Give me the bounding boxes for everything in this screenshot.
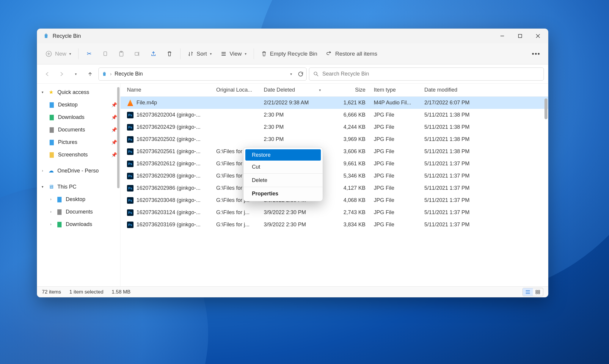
- cell-name: 1620736202004 (ginkgo-...: [123, 112, 212, 118]
- column-headers: Name Original Loca... Date Deleted ▾ Siz…: [120, 84, 548, 97]
- file-row[interactable]: 1620736202908 (ginkgo-...G:\Files for j.…: [120, 170, 548, 182]
- ellipsis-icon: •••: [532, 50, 540, 58]
- sidebar-item-onedrive[interactable]: › ☁ OneDrive - Perso: [37, 164, 120, 177]
- file-row[interactable]: 1620736202561 (ginkgo-...G:\Files for j.…: [120, 145, 548, 158]
- sidebar-label: This PC: [57, 184, 76, 190]
- column-header-type[interactable]: Item type: [370, 87, 420, 93]
- sort-button[interactable]: Sort ▾: [184, 47, 215, 60]
- sidebar-item-this-pc[interactable]: ▾ 🖥 This PC: [37, 181, 120, 193]
- sidebar-item-pc-desktop[interactable]: › ▇ Desktop: [37, 193, 120, 205]
- column-header-size[interactable]: Size: [325, 87, 370, 93]
- navigation-pane: ▾ ★ Quick access ▇ Desktop 📌 ▇ Downloads…: [37, 84, 120, 286]
- recent-locations-button[interactable]: ▾: [70, 68, 82, 80]
- share-button[interactable]: [146, 47, 161, 60]
- file-row[interactable]: 1620736203169 (ginkgo-...G:\Files for j.…: [120, 219, 548, 231]
- sidebar-item-pictures[interactable]: ▇ Pictures 📌: [37, 136, 120, 148]
- cell-size: 6,666 KB: [325, 112, 370, 118]
- pin-icon: 📌: [111, 152, 117, 158]
- column-header-location[interactable]: Original Loca...: [212, 87, 260, 93]
- chevron-down-icon: ▾: [245, 52, 247, 56]
- separator: [244, 173, 323, 174]
- cell-size: 3,834 KB: [325, 222, 370, 228]
- plus-circle-icon: [45, 51, 52, 57]
- cell-type: JPG File: [370, 185, 420, 191]
- chevron-down-icon[interactable]: ▾: [290, 72, 292, 76]
- view-button[interactable]: View ▾: [217, 47, 250, 60]
- file-rows: File.m4p2/21/2022 9:38 AM1,621 KBM4P Aud…: [120, 97, 548, 286]
- delete-button[interactable]: [162, 47, 177, 60]
- file-type-icon: [127, 100, 134, 106]
- file-row[interactable]: File.m4p2/21/2022 9:38 AM1,621 KBM4P Aud…: [120, 97, 548, 109]
- more-button[interactable]: •••: [529, 47, 543, 60]
- search-icon: [313, 71, 319, 77]
- sidebar-item-pc-downloads[interactable]: › ▇ Downloads: [37, 218, 120, 230]
- cell-modified: 5/11/2021 1:37 PM: [420, 222, 483, 228]
- scrollbar-thumb[interactable]: [544, 98, 547, 119]
- search-box[interactable]: [309, 68, 544, 81]
- recycle-bin-icon: [43, 33, 49, 39]
- column-header-name[interactable]: Name: [123, 87, 212, 93]
- breadcrumb-separator: ›: [110, 71, 112, 77]
- sidebar-label: Desktop: [58, 102, 78, 108]
- forward-button: [56, 68, 68, 80]
- up-button[interactable]: [84, 68, 96, 80]
- sidebar-item-quick-access[interactable]: ▾ ★ Quick access: [37, 86, 120, 98]
- file-type-icon: [127, 209, 134, 216]
- status-size: 1.58 MB: [112, 289, 131, 295]
- view-mode-toggle: [522, 288, 543, 296]
- details-view-button[interactable]: [523, 288, 533, 296]
- cut-button[interactable]: ✂: [82, 47, 96, 60]
- breadcrumb-item[interactable]: Recycle Bin: [114, 71, 143, 77]
- refresh-button[interactable]: [298, 71, 303, 77]
- cell-type: JPG File: [370, 136, 420, 142]
- context-menu-delete[interactable]: Delete: [245, 175, 321, 186]
- context-menu-properties[interactable]: Properties: [245, 188, 321, 199]
- view-label: View: [230, 51, 242, 57]
- file-name: 1620736202429 (ginkgo-...: [136, 124, 200, 130]
- file-row[interactable]: 1620736203048 (ginkgo-...G:\Files for j.…: [120, 194, 548, 206]
- thumbnails-view-button[interactable]: [533, 288, 543, 296]
- sidebar-item-screenshots[interactable]: ▇ Screenshots 📌: [37, 148, 120, 161]
- sidebar-item-documents[interactable]: ▇ Documents 📌: [37, 123, 120, 136]
- file-row[interactable]: 1620736202004 (ginkgo-...2:30 PM6,666 KB…: [120, 109, 548, 121]
- maximize-button[interactable]: [511, 29, 529, 43]
- folder-icon: ▇: [48, 151, 55, 158]
- restore-all-button[interactable]: Restore all items: [323, 47, 381, 60]
- file-row[interactable]: 1620736202612 (ginkgo-...G:\Files for j.…: [120, 158, 548, 170]
- file-row[interactable]: 1620736203124 (ginkgo-...G:\Files for j.…: [120, 206, 548, 219]
- file-row[interactable]: 1620736202986 (ginkgo-...G:\Files for j.…: [120, 182, 548, 194]
- svg-line-16: [317, 75, 318, 76]
- monitor-icon: 🖥: [48, 183, 54, 190]
- separator: [78, 48, 79, 59]
- separator: [244, 187, 323, 187]
- sidebar-item-downloads[interactable]: ▇ Downloads 📌: [37, 111, 120, 123]
- empty-recycle-bin-button[interactable]: Empty Recycle Bin: [258, 47, 321, 60]
- context-menu-cut[interactable]: Cut: [245, 161, 321, 172]
- search-input[interactable]: [322, 71, 539, 77]
- sidebar-item-pc-documents[interactable]: › ▇ Documents: [37, 205, 120, 218]
- file-type-icon: [127, 222, 134, 228]
- sidebar-item-desktop[interactable]: ▇ Desktop 📌: [37, 98, 120, 111]
- file-row[interactable]: 1620736202429 (ginkgo-...2:30 PM4,244 KB…: [120, 121, 548, 133]
- rename-button: [130, 47, 145, 60]
- svg-rect-21: [538, 290, 540, 292]
- folder-icon: ▇: [56, 208, 63, 215]
- column-header-deleted[interactable]: Date Deleted ▾: [260, 87, 325, 93]
- cell-deleted: 3/9/2022 2:30 PM: [260, 222, 325, 228]
- copy-icon: [102, 51, 108, 57]
- title-bar: Recycle Bin: [37, 29, 548, 43]
- pin-icon: 📌: [111, 102, 117, 108]
- cell-type: JPG File: [370, 161, 420, 167]
- file-row[interactable]: 1620736202502 (ginkgo-...2:30 PM3,969 KB…: [120, 133, 548, 145]
- restore-all-label: Restore all items: [335, 51, 377, 57]
- sidebar-label: Documents: [66, 209, 93, 215]
- column-header-modified[interactable]: Date modified: [420, 87, 483, 93]
- share-icon: [150, 51, 156, 57]
- file-name: 1620736202986 (ginkgo-...: [136, 185, 200, 191]
- minimize-button[interactable]: [493, 29, 511, 43]
- context-menu-restore[interactable]: Restore: [245, 149, 321, 161]
- cell-modified: 5/11/2021 1:38 PM: [420, 112, 483, 118]
- close-button[interactable]: [529, 29, 547, 43]
- svg-rect-23: [538, 292, 540, 294]
- address-bar[interactable]: › Recycle Bin ▾: [98, 68, 307, 81]
